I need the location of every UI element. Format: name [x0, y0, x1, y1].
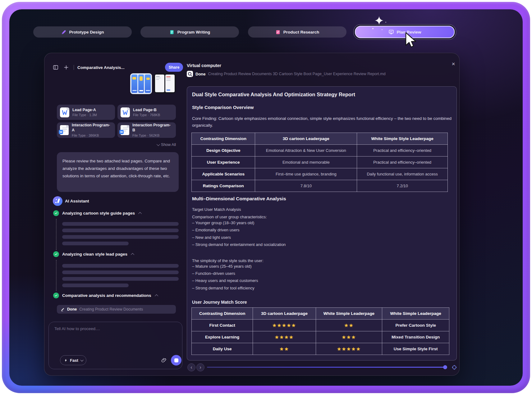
star-rating: ★★★★ [253, 331, 316, 343]
chat-input-container: Fast [48, 322, 182, 369]
group2-title: The simplicity of the style suits the us… [192, 258, 264, 263]
table-header: White Simple Leaderpage [382, 308, 449, 320]
search-icon [187, 71, 193, 77]
show-all-button[interactable]: Show All [139, 143, 176, 147]
task-title: Comparative analysis and recommendations [62, 293, 151, 298]
timeline-connector [56, 219, 57, 250]
file-card-lead-page-b[interactable]: Lead Page-BFile Type · 768KB [117, 105, 176, 120]
list-item: – Heavy users and repeat customers [192, 278, 258, 285]
table-cell: Mixed Transition Design [382, 331, 449, 343]
stop-button[interactable] [171, 355, 181, 365]
table-cell: Daily functional use, information access [357, 168, 448, 180]
doc-file-icon: W [121, 125, 129, 135]
table-cell: 7.2/10 [357, 180, 448, 192]
file-name: Lead Page-B [133, 108, 160, 113]
table-header: Contrasting Dimension [192, 133, 255, 145]
star-rating: ★★ [316, 320, 382, 331]
target-user-subheading: Target User Match Analysis [192, 207, 241, 212]
table-cell: Prefer Cartoon Style [382, 320, 449, 331]
close-icon[interactable]: × [450, 61, 457, 67]
chevron-down-icon [157, 143, 160, 146]
phone-mock [131, 75, 137, 93]
status-done-label: Done [67, 307, 77, 311]
task-header-clean-analysis[interactable]: Analyzing clean style lead pages [53, 251, 176, 257]
check-icon [53, 210, 59, 216]
sparkle-dot [382, 29, 383, 30]
table-row: Design Objective Emotional Attraction & … [192, 145, 448, 157]
pager-prev-button[interactable]: ‹ [187, 363, 195, 371]
status-text: Creating Product Review Documents [79, 307, 143, 311]
chat-input[interactable] [54, 326, 177, 346]
skeleton-line [62, 222, 179, 226]
group1-title: Comparison of user group characteristics… [192, 215, 267, 219]
file-card-interaction-b[interactable]: W Interaction Program-BFile Type · 562KB [117, 122, 176, 138]
table-cell: Practical and efficiency–oriented [357, 157, 448, 168]
mouse-cursor [403, 32, 418, 49]
chevron-down-icon [80, 358, 83, 361]
table-cell: Emotional and memorable [255, 157, 357, 168]
tab-label: Program Writing [177, 30, 210, 34]
table-row: Ratings Comparison 7.8/10 7.2/10 [192, 180, 448, 192]
list-item: – Strong demand for tool efficiency [192, 286, 258, 293]
file-meta: File Type · 768KB [133, 113, 160, 117]
task-status-row: Done Creating Product Review Documents [57, 305, 176, 314]
skeleton-line [62, 270, 179, 274]
tab-product-research[interactable]: Product Research [248, 26, 346, 38]
app-window: Comparative Analysis... Share Lead Page-… [44, 53, 460, 376]
skeleton-line [62, 235, 179, 239]
header-divider [74, 65, 74, 70]
task-header-cartoon-analysis[interactable]: Analyzing cartoon style guide pages [53, 210, 176, 216]
file-meta: File Type · 386KB [72, 134, 112, 137]
lightning-icon [64, 358, 68, 362]
table-cell: User Experience [192, 157, 255, 168]
file-name: Interaction Program-A [72, 123, 112, 133]
sidebar-toggle-icon[interactable] [53, 64, 59, 70]
task-title: Analyzing cartoon style guide pages [62, 211, 135, 216]
live-target-icon[interactable] [452, 365, 457, 370]
skeleton-line [62, 229, 179, 232]
task-header-comparative-analysis[interactable]: Comparative analysis and recommendations [53, 293, 176, 298]
scrubber-handle[interactable] [443, 365, 447, 369]
table-header: White Simple Leaderpage [316, 308, 382, 320]
table-header: 3D cartoon Leaderpage [253, 308, 316, 320]
new-chat-plus-icon[interactable] [63, 64, 69, 70]
file-card-interaction-a[interactable]: W Interaction Program-AFile Type · 386KB [57, 122, 115, 138]
tab-prototype-design[interactable]: Prototype Design [33, 26, 132, 38]
stop-icon [174, 358, 178, 362]
attach-paperclip-icon[interactable] [161, 357, 167, 363]
table-row: Daily Use ★★ ★★★★★ Use Simple Style Firs… [192, 343, 449, 355]
notebook-icon [169, 30, 175, 35]
pen-icon [61, 30, 66, 35]
user-message: Please review the two attached lead page… [57, 152, 179, 192]
pager-next-button[interactable]: › [196, 363, 204, 371]
group1-list: – Younger group (18–30 years old) – Emot… [192, 220, 286, 250]
phone-mock [155, 75, 164, 92]
desktop: Prototype Design Program Writing Product… [0, 0, 532, 395]
star-rating: ★★★ [316, 331, 382, 343]
tab-program-writing[interactable]: Program Writing [140, 26, 239, 38]
list-item: – Younger group (18–30 years old) [192, 220, 286, 228]
attachment-preview-simple[interactable] [154, 73, 176, 93]
tab-label: Prototype Design [69, 30, 104, 34]
file-card-lead-page-a[interactable]: Lead Page-AFile Type · 1.3M [57, 105, 115, 120]
table-cell: Applicable Scenarios [192, 168, 255, 180]
research-chart-icon [275, 30, 281, 35]
table-row: Applicable Scenarios First–time use guid… [192, 168, 448, 180]
score-heading: User Journey Match Score [192, 300, 247, 305]
table-cell: First Contact [192, 320, 253, 331]
sparkle-dot [385, 22, 386, 23]
file-meta: File Type · 562KB [132, 134, 173, 137]
group2-list: – Mature users (25–45 years old) – Funct… [192, 264, 258, 293]
timeline-connector [56, 260, 57, 291]
document-title: Dual Style Comparative Analysis And Opti… [192, 92, 355, 98]
word-file-icon [60, 107, 69, 117]
attachment-preview-cartoon[interactable] [130, 73, 152, 94]
share-button[interactable]: Share [165, 63, 183, 72]
pencil-icon [61, 307, 65, 311]
section-multi-dimensional: Multi–Dimensional Comparative Analysis [192, 196, 286, 202]
model-speed-selector[interactable]: Fast [60, 355, 86, 365]
core-finding: Core Finding: Cartoon style emphasizes e… [192, 115, 452, 129]
timeline-scrubber[interactable] [207, 367, 445, 368]
chat-title: Comparative Analysis... [77, 65, 125, 70]
check-icon [53, 251, 59, 257]
